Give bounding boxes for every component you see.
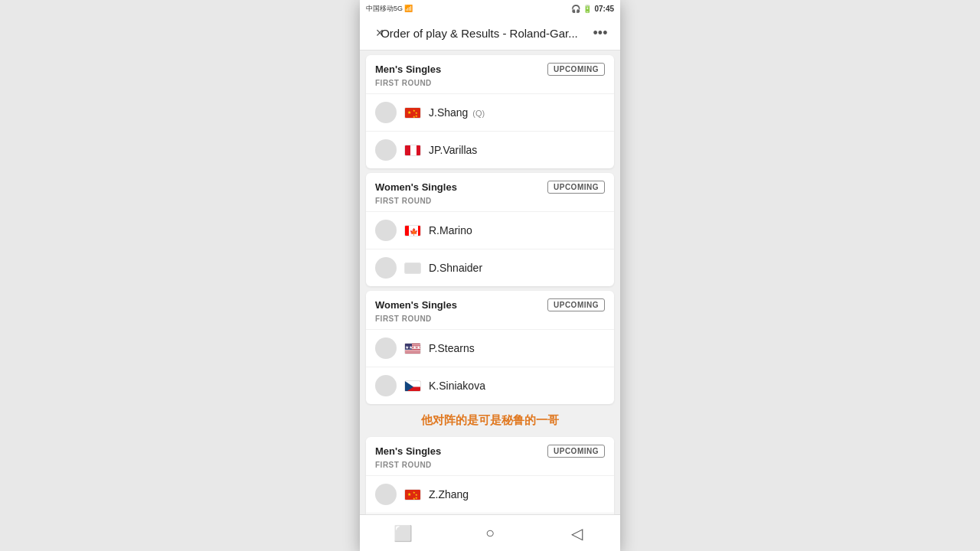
flag-cn-2: ★ ★ ★ ★ ★ bbox=[404, 489, 421, 500]
player-avatar-1a bbox=[375, 102, 397, 123]
svg-rect-10 bbox=[405, 226, 409, 236]
upcoming-badge-4: UPCOMING bbox=[547, 445, 605, 458]
match-card-2: Women's Singles UPCOMING FIRST ROUND 🍁 R… bbox=[366, 173, 614, 286]
svg-text:★★★★★★★★★★★★★★★★★★★★★★★★★★★★★★: ★★★★★★★★★★★★★★★★★★★★★★★★★★★★★★★★★★★★★★★★… bbox=[405, 345, 421, 350]
signal-bars: 📶 bbox=[404, 5, 413, 12]
flag-blank-1 bbox=[404, 262, 421, 274]
match-card-4: Men's Singles UPCOMING FIRST ROUND ★ ★ ★… bbox=[366, 437, 614, 514]
player-avatar-2a bbox=[375, 220, 397, 241]
status-right: 🎧 🔋 07:45 bbox=[571, 5, 614, 13]
svg-rect-6 bbox=[405, 145, 410, 156]
match-card-1: Men's Singles UPCOMING FIRST ROUND ★ ★ ★… bbox=[366, 55, 614, 168]
match-category-4: Men's Singles bbox=[375, 445, 441, 457]
player-avatar-1b bbox=[375, 139, 397, 161]
carrier-text: 中国移动5G bbox=[366, 4, 403, 14]
match-header-1: Men's Singles UPCOMING bbox=[366, 55, 614, 79]
player-row-2a: 🍁 R.Marino bbox=[366, 211, 614, 249]
bluetooth-icon: 🎧 bbox=[571, 5, 580, 13]
svg-rect-18 bbox=[405, 350, 421, 350]
svg-rect-8 bbox=[416, 145, 421, 156]
home-icon: ⬜ bbox=[394, 524, 413, 543]
svg-rect-7 bbox=[410, 145, 416, 156]
match-card-3: Women's Singles UPCOMING FIRST ROUND bbox=[366, 291, 614, 404]
svg-text:★: ★ bbox=[407, 110, 411, 115]
menu-icon: ◁ bbox=[571, 524, 583, 543]
player-row-2b: D.Shnaider bbox=[366, 249, 614, 286]
upcoming-badge-1: UPCOMING bbox=[547, 63, 605, 76]
player-avatar-4a bbox=[375, 484, 397, 505]
match-category-2: Women's Singles bbox=[375, 181, 457, 193]
player-row-3a: ★★★★★★★★★★★★★★★★★★★★★★★★★★★★★★★★★★★★★★★★… bbox=[366, 329, 614, 367]
flag-ca-1: 🍁 bbox=[404, 225, 421, 236]
battery-icon: 🔋 bbox=[583, 5, 592, 13]
player-row-3b: K.Siniakova bbox=[366, 367, 614, 404]
svg-rect-20 bbox=[405, 353, 421, 354]
match-round-3: FIRST ROUND bbox=[366, 315, 614, 329]
match-header-3: Women's Singles UPCOMING bbox=[366, 291, 614, 315]
content-area[interactable]: Men's Singles UPCOMING FIRST ROUND ★ ★ ★… bbox=[360, 51, 620, 514]
player-avatar-3a bbox=[375, 337, 397, 359]
more-icon: ••• bbox=[593, 25, 608, 41]
match-round-1: FIRST ROUND bbox=[366, 79, 614, 93]
flag-us-1: ★★★★★★★★★★★★★★★★★★★★★★★★★★★★★★★★★★★★★★★★… bbox=[404, 343, 421, 354]
svg-rect-13 bbox=[405, 263, 421, 274]
flag-cz-1 bbox=[404, 380, 421, 392]
player-row-1b: JP.Varillas bbox=[366, 131, 614, 168]
match-category-1: Men's Singles bbox=[375, 64, 441, 75]
player-name-2b: D.Shnaider bbox=[429, 262, 482, 274]
player-name-3a: P.Stearns bbox=[429, 342, 475, 354]
player-avatar-2b bbox=[375, 257, 397, 279]
status-left: 中国移动5G 📶 bbox=[366, 4, 413, 14]
page-title: Order of play & Results - Roland-Gar... bbox=[369, 27, 590, 40]
match-category-3: Women's Singles bbox=[375, 299, 457, 311]
player-avatar-3b bbox=[375, 375, 397, 396]
upcoming-badge-3: UPCOMING bbox=[547, 298, 605, 311]
player-row-4a: ★ ★ ★ ★ ★ Z.Zhang bbox=[366, 475, 614, 513]
player-row-1a: ★ ★ ★ ★ ★ J.Shang (Q) bbox=[366, 93, 614, 131]
time-display: 07:45 bbox=[594, 5, 614, 13]
subtitle-text: 他对阵的是可是秘鲁的一哥 bbox=[360, 409, 620, 432]
match-round-4: FIRST ROUND bbox=[366, 461, 614, 475]
bottom-navigation: ⬜ ○ ◁ bbox=[360, 514, 620, 551]
svg-rect-19 bbox=[405, 351, 421, 352]
home-button[interactable]: ⬜ bbox=[388, 518, 419, 549]
player-name-1a: J.Shang (Q) bbox=[429, 106, 485, 119]
flag-cn-1: ★ ★ ★ ★ ★ bbox=[404, 107, 421, 119]
menu-button[interactable]: ◁ bbox=[561, 518, 592, 549]
svg-text:★: ★ bbox=[413, 497, 416, 500]
match-header-2: Women's Singles UPCOMING bbox=[366, 173, 614, 197]
player-name-3b: K.Siniakova bbox=[429, 380, 485, 392]
svg-text:★: ★ bbox=[407, 492, 411, 497]
back-icon: ○ bbox=[485, 524, 495, 542]
player-name-4a: Z.Zhang bbox=[429, 488, 469, 500]
svg-text:★: ★ bbox=[413, 115, 416, 119]
status-bar: 中国移动5G 📶 🎧 🔋 07:45 bbox=[360, 0, 620, 17]
match-round-2: FIRST ROUND bbox=[366, 197, 614, 211]
player-name-1b: JP.Varillas bbox=[429, 144, 477, 156]
back-button[interactable]: ○ bbox=[475, 518, 505, 549]
svg-rect-11 bbox=[418, 226, 421, 236]
more-button[interactable]: ••• bbox=[590, 23, 611, 44]
match-header-4: Men's Singles UPCOMING bbox=[366, 437, 614, 461]
upcoming-badge-2: UPCOMING bbox=[547, 181, 605, 194]
player-name-2a: R.Marino bbox=[429, 224, 472, 236]
flag-pe-1 bbox=[404, 145, 421, 156]
svg-text:🍁: 🍁 bbox=[410, 227, 419, 236]
app-header: × Order of play & Results - Roland-Gar..… bbox=[360, 17, 620, 51]
phone-screen: 中国移动5G 📶 🎧 🔋 07:45 × Order of play & Res… bbox=[360, 0, 620, 551]
